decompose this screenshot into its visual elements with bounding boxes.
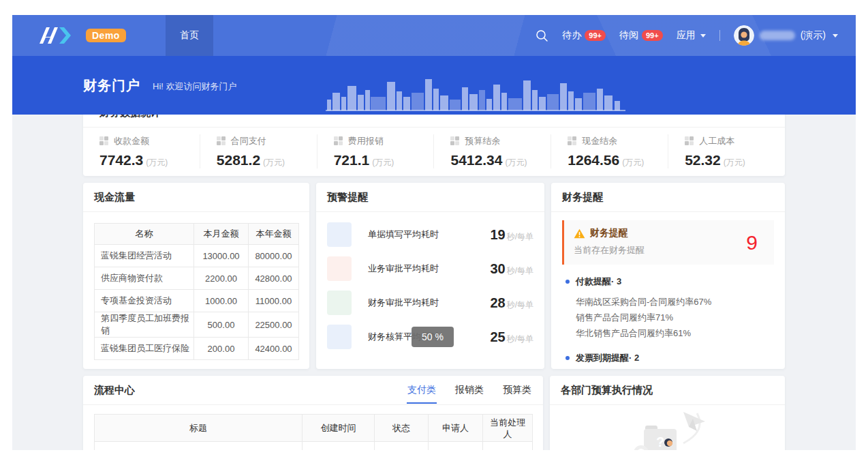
alert-group: 付款提醒· 3华南战区采购合同-合同履约率67%销售产品合同履约率71%华北销售… (562, 276, 774, 341)
stat-item: 预算结余5412.34(万元) (434, 134, 551, 168)
brand-logo[interactable]: Demo (38, 15, 126, 56)
column-header: 创建时间 (303, 415, 375, 442)
avatar (734, 25, 754, 46)
alert-detail-line[interactable]: 华南战区采购合同-合同履约率67% (576, 294, 774, 310)
chevron-down-icon (833, 34, 838, 38)
warning-unit: 秒/每单 (507, 334, 533, 344)
panel-header: 各部门预算执行情况 (550, 376, 785, 405)
table-cell: 2200.00 (194, 267, 249, 290)
search-icon[interactable] (536, 29, 548, 42)
column-header: 申请人 (429, 415, 483, 442)
table-cell: 42800.00 (249, 267, 299, 290)
warning-row[interactable]: 财务审批平均耗时28秒/每单 (327, 286, 533, 320)
tab-报销类[interactable]: 报销类 (454, 376, 484, 404)
table-cell: 22500.00 (249, 312, 299, 338)
stat-value: 5281.2(万元) (217, 152, 317, 168)
alert-box-subtitle: 当前存在财务提醒 (574, 244, 764, 256)
warning-unit: 秒/每单 (507, 300, 533, 310)
redacted-username (760, 31, 795, 40)
warning-color-icon (327, 325, 352, 349)
greeting-text: Hi! 欢迎访问财务门户 (153, 80, 237, 93)
mk-logo-icon (38, 27, 80, 44)
alert-group-label[interactable]: 付款提醒· 3 (562, 276, 774, 288)
alert-detail-line[interactable]: 销售产品合同履约率71% (576, 310, 774, 325)
grid-icon-square (450, 141, 454, 145)
table-cell: 专项基金投资活动 (95, 290, 194, 312)
warning-row[interactable]: 业务审批平均耗时30秒/每单 (327, 252, 533, 286)
alert-groups: 付款提醒· 3华南战区采购合同-合同履约率67%销售产品合同履约率71%华北销售… (562, 276, 774, 364)
table-row (95, 442, 533, 451)
table-row[interactable]: 第四季度员工加班费报销500.0022500.00 (95, 312, 299, 338)
alert-box-title: 财务提醒 (590, 227, 628, 239)
user-menu[interactable]: (演示) (734, 25, 838, 46)
stat-item: 费用报销721.1(万元) (317, 134, 435, 168)
table-cell: 42400.00 (249, 338, 299, 360)
table-row[interactable]: 供应商物资付款2200.0042800.00 (95, 267, 299, 290)
table-cell: 13000.00 (194, 245, 249, 267)
toread-menu-item[interactable]: 待阅 99+ (619, 29, 663, 42)
grid-icon-square (334, 136, 338, 140)
alert-group: 发票到期提醒· 2 (562, 352, 774, 364)
column-header: 标题 (95, 415, 303, 442)
warning-unit: 秒/每单 (507, 232, 533, 241)
tab-支付类[interactable]: 支付类 (407, 376, 437, 404)
grid-icon-square (334, 141, 338, 145)
table-cell: 80000.00 (249, 245, 299, 267)
column-header: 当前处理人 (483, 415, 533, 442)
warning-value: 19秒/每单 (490, 227, 533, 243)
grid-icon-square (339, 136, 343, 140)
stat-unit: (万元) (263, 158, 285, 167)
stat-label: 费用报销 (348, 135, 384, 147)
stat-label-row: 收款金额 (99, 135, 200, 147)
stat-label-row: 合同支付 (217, 135, 317, 147)
table-cell: 供应商物资付款 (95, 267, 194, 290)
empty-state-illustration: ? (617, 409, 719, 450)
demo-badge: Demo (86, 29, 126, 42)
alert-summary-box[interactable]: 财务提醒 当前存在财务提醒 9 (562, 220, 774, 265)
apps-dropdown[interactable]: 应用 (677, 29, 706, 42)
grid-icon-square (217, 141, 221, 145)
column-header: 状态 (375, 415, 429, 442)
grid-icon-square (685, 141, 689, 145)
warning-row[interactable]: 单据填写平均耗时19秒/每单 (327, 218, 533, 252)
table-row[interactable]: 蓝锐集团员工医疗保险200.0042400.00 (95, 338, 299, 360)
stat-unit: (万元) (622, 158, 644, 167)
city-skyline-illustration (326, 76, 625, 112)
warning-value: 25秒/每单 (490, 329, 533, 345)
panel-title: 现金流量 (94, 191, 135, 204)
table-cell: 1000.00 (194, 290, 249, 312)
stat-item: 合同支付5281.2(万元) (200, 134, 317, 168)
panel-finance-alerts: 财务提醒 财务提醒 当前存在 (551, 183, 785, 369)
table-cell (303, 442, 375, 451)
user-suffix: (演示) (801, 29, 826, 42)
warning-value: 28秒/每单 (490, 295, 533, 311)
divider (719, 30, 720, 41)
stat-label-row: 现金结余 (568, 135, 668, 147)
panel-title: 各部门预算执行情况 (561, 384, 653, 397)
table-row[interactable]: 专项基金投资活动1000.0011000.00 (95, 290, 299, 312)
stat-value: 52.32(万元) (685, 152, 785, 168)
toread-count-badge: 99+ (642, 30, 663, 41)
stat-unit: (万元) (372, 158, 394, 167)
alert-group-label[interactable]: 发票到期提醒· 2 (562, 352, 774, 364)
table-row[interactable]: 蓝锐集团经营活动13000.0080000.00 (95, 245, 299, 267)
table-cell (375, 442, 429, 451)
column-header: 本月金额 (194, 224, 249, 245)
panel-header: 财务数据统计 (83, 115, 785, 128)
todo-menu-item[interactable]: 待办 99+ (562, 29, 606, 42)
stat-value: 721.1(万元) (334, 152, 434, 168)
page-title: 财务门户 (83, 76, 140, 95)
process-table: 标题创建时间状态申请人当前处理人 (94, 414, 533, 450)
stat-item: 人工成本52.32(万元) (668, 134, 785, 168)
grid-icon (450, 136, 459, 145)
panel-process-center: 流程中心 支付类报销类预算类 标题创建时间状态申请人当前处理人 (83, 376, 543, 450)
table-header-row: 名称本月金额本年金额 (95, 224, 299, 245)
panel-finance-stats: 财务数据统计 收款金额7742.3(万元)合同支付5281.2(万元)费用报销7… (83, 115, 785, 176)
warning-color-icon (327, 256, 352, 281)
nav-tab-home[interactable]: 首页 (166, 15, 213, 56)
tab-预算类[interactable]: 预算类 (502, 376, 532, 404)
grid-icon (334, 136, 343, 145)
stats-row: 收款金额7742.3(万元)合同支付5281.2(万元)费用报销721.1(万元… (83, 128, 785, 175)
alert-detail-line[interactable]: 华北销售产品合同履约率61% (576, 325, 774, 341)
grid-icon-square (99, 136, 104, 140)
